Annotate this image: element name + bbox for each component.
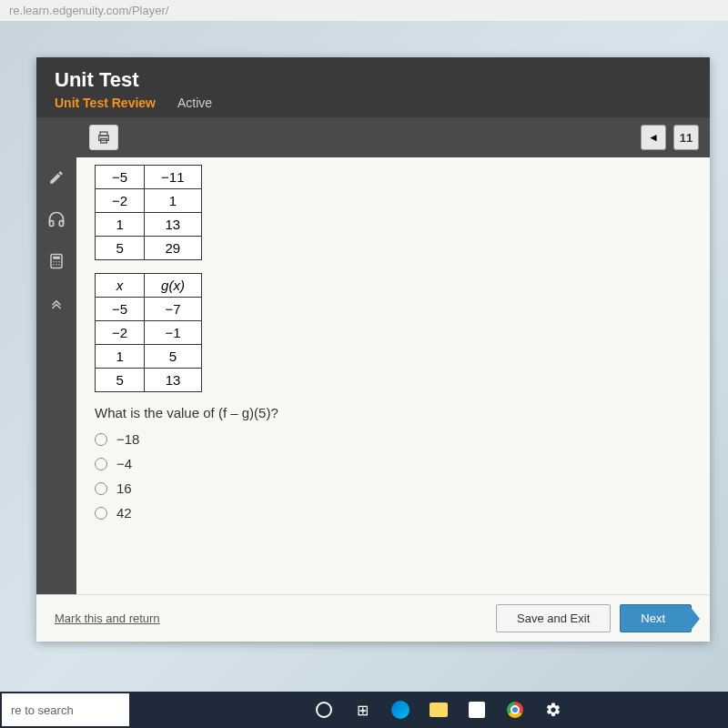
chevron-up-icon bbox=[48, 295, 65, 311]
toolbar: ◄ 11 bbox=[36, 117, 710, 157]
header: Unit Test Unit Test Review Active bbox=[36, 57, 710, 117]
svg-point-6 bbox=[56, 261, 57, 263]
svg-point-9 bbox=[56, 264, 57, 266]
option-d[interactable]: 42 bbox=[95, 505, 692, 521]
task-view-button[interactable]: ⊞ bbox=[351, 699, 373, 721]
question-text: What is the value of (f – g)(5)? bbox=[95, 405, 692, 420]
question-number-badge: 11 bbox=[673, 125, 699, 150]
table-row: 15 bbox=[96, 345, 202, 369]
next-button[interactable]: Next bbox=[620, 604, 692, 632]
option-a[interactable]: −18 bbox=[95, 431, 692, 447]
pencil-tool[interactable] bbox=[44, 165, 69, 190]
subtitle: Unit Test Review bbox=[55, 96, 156, 110]
table-row: −5−7 bbox=[96, 298, 202, 321]
edge-icon bbox=[391, 701, 410, 719]
store-button[interactable] bbox=[466, 699, 488, 721]
table-row: 113 bbox=[96, 213, 202, 237]
chrome-button[interactable] bbox=[504, 699, 526, 721]
side-toolbar bbox=[36, 157, 76, 594]
table-row: −21 bbox=[96, 189, 202, 213]
pencil-icon bbox=[48, 169, 65, 186]
player-window: Unit Test Unit Test Review Active ◄ 11 bbox=[36, 57, 710, 642]
explorer-button[interactable] bbox=[428, 699, 450, 721]
radio-icon bbox=[95, 458, 107, 470]
cortana-button[interactable] bbox=[313, 699, 335, 721]
table-f: −5−11 −21 113 529 bbox=[95, 165, 202, 260]
table-row: 529 bbox=[96, 237, 202, 260]
question-content: −5−11 −21 113 529 xg(x) −5−7 −2−1 15 513… bbox=[76, 157, 710, 594]
calculator-icon bbox=[48, 253, 65, 269]
folder-icon bbox=[430, 703, 448, 717]
radio-icon bbox=[95, 482, 107, 495]
option-c[interactable]: 16 bbox=[95, 480, 692, 496]
url-bar: re.learn.edgenuity.com/Player/ bbox=[0, 0, 728, 21]
answer-options: −18 −4 16 42 bbox=[95, 431, 692, 521]
chrome-icon bbox=[507, 702, 523, 718]
table-g: xg(x) −5−7 −2−1 15 513 bbox=[95, 273, 202, 392]
print-icon bbox=[96, 130, 111, 145]
page-title: Unit Test bbox=[55, 68, 692, 92]
radio-icon bbox=[95, 433, 107, 446]
table-header-row: xg(x) bbox=[96, 274, 202, 298]
status-label: Active bbox=[177, 96, 212, 110]
prev-question-button[interactable]: ◄ bbox=[641, 125, 666, 150]
table-row: −2−1 bbox=[96, 321, 202, 345]
headphones-icon bbox=[47, 210, 66, 228]
mark-return-link[interactable]: Mark this and return bbox=[55, 612, 160, 625]
circle-icon bbox=[316, 702, 332, 718]
table-row: −5−11 bbox=[96, 166, 202, 189]
store-icon bbox=[469, 702, 485, 718]
windows-taskbar: re to search ⊞ bbox=[0, 692, 728, 728]
svg-point-7 bbox=[58, 261, 60, 263]
task-view-icon: ⊞ bbox=[357, 702, 369, 719]
print-button[interactable] bbox=[89, 125, 118, 150]
svg-point-8 bbox=[53, 264, 55, 266]
footer: Mark this and return Save and Exit Next bbox=[36, 594, 710, 642]
headphones-tool[interactable] bbox=[44, 207, 69, 232]
radio-icon bbox=[95, 507, 107, 520]
edge-button[interactable] bbox=[389, 699, 411, 721]
calculator-tool[interactable] bbox=[44, 248, 69, 274]
svg-point-5 bbox=[53, 261, 55, 263]
save-exit-button[interactable]: Save and Exit bbox=[496, 604, 611, 632]
svg-point-10 bbox=[58, 264, 60, 266]
taskbar-search[interactable]: re to search bbox=[2, 693, 129, 726]
gear-icon bbox=[545, 702, 561, 718]
svg-rect-4 bbox=[53, 257, 60, 259]
collapse-tool[interactable] bbox=[44, 290, 69, 316]
settings-button[interactable] bbox=[542, 699, 564, 721]
chevron-left-icon: ◄ bbox=[648, 131, 659, 144]
table-row: 513 bbox=[96, 369, 202, 392]
option-b[interactable]: −4 bbox=[95, 456, 692, 471]
